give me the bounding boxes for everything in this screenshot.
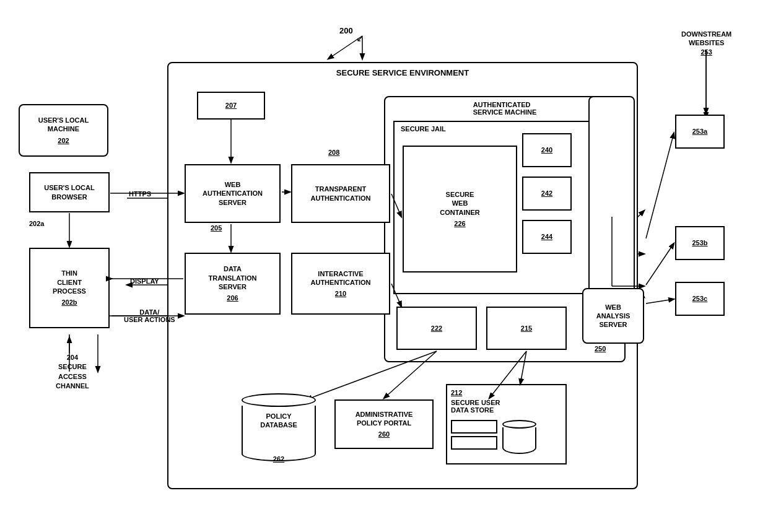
ref-253c: 253c — [692, 294, 707, 303]
ta-ref-208: 208 — [328, 149, 339, 156]
ref-242: 242 — [541, 189, 552, 198]
ref-244: 244 — [541, 232, 552, 241]
suds-rect-1 — [451, 420, 497, 434]
interactive-auth: INTERACTIVEAUTHENTICATION 210 — [291, 253, 390, 315]
was2-label: WEBANALYSISSERVER — [596, 303, 631, 329]
dts-ref: 206 — [227, 294, 238, 302]
suds-ref: 212 — [451, 389, 462, 396]
box-253c: 253c — [675, 282, 725, 316]
ref-215: 215 — [521, 324, 532, 333]
display-label: DISPLAY — [130, 277, 159, 285]
downstream-websites-label: DOWNSTREAMWEBSITES253 — [681, 30, 731, 56]
data-user-actions-label: DATA/USER ACTIONS — [124, 308, 175, 323]
box-242: 242 — [522, 177, 572, 211]
dts-label: DATATRANSLATIONSERVER — [208, 264, 256, 291]
svg-line-33 — [646, 243, 674, 285]
box-240: 240 — [522, 133, 572, 167]
box-244: 244 — [522, 220, 572, 254]
svg-line-34 — [646, 299, 674, 303]
secure-access-channel: 204SECUREACCESSCHANNEL — [56, 353, 89, 391]
ia-ref: 210 — [335, 289, 346, 298]
secure-user-data-store: 212 SECURE USERDATA STORE — [446, 384, 567, 464]
diagram: 200 ↙ DOWNSTREAMWEBSITES253 SECURE SERVI… — [0, 0, 768, 532]
sj-label: SECURE JAIL — [401, 125, 446, 133]
secure-web-container: SECUREWEBCONTAINER 226 — [403, 146, 517, 273]
thin-client-process: THINCLIENTPROCESS 202b — [29, 248, 110, 328]
was-ref: 205 — [211, 224, 222, 232]
admin-policy-portal: ADMINISTRATIVEPOLICY PORTAL 260 — [334, 399, 434, 449]
swc-label: SECUREWEBCONTAINER — [440, 190, 480, 217]
web-auth-server: WEBAUTHENTICATIONSERVER — [185, 164, 281, 223]
https-label: HTTPS — [129, 190, 151, 198]
suds-rect-2 — [451, 436, 497, 450]
ulb-label: USER'S LOCALBROWSER — [44, 183, 94, 201]
ulm-ref: 202 — [58, 136, 69, 145]
ref-253a: 253a — [692, 127, 707, 136]
suds-label: SECURE USERDATA STORE — [451, 399, 500, 414]
swc-ref: 226 — [454, 219, 465, 228]
asm-label: AUTHENTICATEDSERVICE MACHINE — [473, 101, 536, 116]
pd-ref: 262 — [242, 455, 316, 463]
box-253a: 253a — [675, 115, 725, 149]
pd-label: POLICYDATABASE — [242, 412, 316, 430]
ta-label: TRANSPARENTAUTHENTICATION — [311, 185, 371, 203]
suds-cylinder — [502, 420, 536, 454]
box-215: 215 — [486, 307, 567, 350]
ref-253b: 253b — [692, 238, 707, 247]
tcp-label: THINCLIENTPROCESS — [53, 269, 86, 295]
app-label: ADMINISTRATIVEPOLICY PORTAL — [356, 410, 413, 428]
ref-240: 240 — [541, 146, 552, 154]
was-label: WEBAUTHENTICATIONSERVER — [203, 180, 263, 207]
box-222: 222 — [396, 307, 477, 350]
ref-200: 200 — [339, 26, 353, 35]
ref-207: 207 — [225, 101, 237, 110]
data-translation-server: DATATRANSLATIONSERVER 206 — [185, 253, 281, 315]
suds-visual — [451, 420, 536, 454]
tcp-ref: 202b — [61, 298, 77, 307]
users-local-machine: USER'S LOCALMACHINE 202 — [19, 104, 108, 157]
transparent-auth: TRANSPARENTAUTHENTICATION — [291, 164, 390, 223]
app-ref: 260 — [378, 430, 390, 438]
was2-ref: 250 — [595, 345, 606, 352]
box-207: 207 — [197, 92, 265, 120]
cylinder-top-pd — [242, 393, 316, 407]
suds-cyl-body — [502, 427, 536, 454]
web-analysis-server: WEBANALYSISSERVER — [582, 288, 644, 344]
policy-database: POLICYDATABASE 262 — [242, 393, 316, 461]
svg-line-32 — [646, 133, 674, 238]
suds-cyl-top — [502, 420, 536, 429]
ulm-label: USER'S LOCALMACHINE — [38, 116, 89, 134]
ia-label: INTERACTIVEAUTHENTICATION — [311, 269, 371, 287]
ref-200-arrow-label: ↙ — [356, 32, 364, 44]
ref-222: 222 — [431, 324, 442, 333]
sse-label: SECURE SERVICE ENVIRONMENT — [336, 68, 469, 77]
ref-202a: 202a — [29, 220, 44, 227]
users-local-browser: USER'S LOCALBROWSER — [29, 172, 110, 212]
box-253b: 253b — [675, 226, 725, 260]
